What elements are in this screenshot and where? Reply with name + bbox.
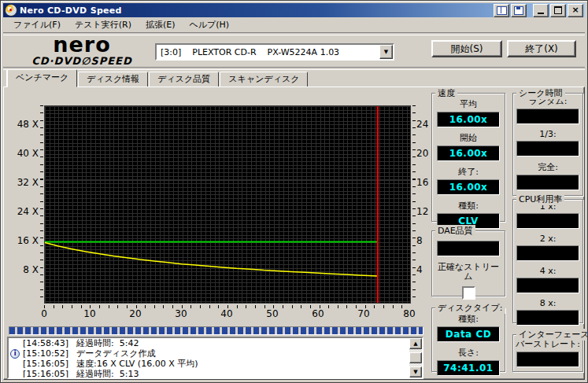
scrollbar-thumb[interactable]	[409, 352, 422, 363]
disc-kind-value: Data CD	[437, 326, 500, 342]
log-entry-0: [14:58:43]経過時間: 5:42	[9, 338, 409, 348]
cpu-1x-value	[516, 213, 579, 229]
right-axis-label: 16	[416, 178, 428, 187]
seek-third-value	[516, 141, 579, 157]
seek-panel-title: シーク時間	[516, 87, 565, 99]
left-axis-label: 32 X	[13, 178, 39, 187]
log-message: 速度:16 X CLV (16.00 X 平均)	[76, 359, 198, 369]
header-separator	[3, 67, 585, 70]
tab-strip: ベンチマークディスク情報ディスク品質スキャンディスク	[7, 71, 309, 87]
seek-third-label: 1/3:	[513, 129, 582, 139]
cpu-2x-value	[516, 245, 579, 261]
save-button[interactable]	[511, 4, 527, 17]
close-button[interactable]: ×	[568, 4, 583, 17]
right-axis-ticks	[412, 105, 416, 304]
log-message: 経過時間: 5:13	[76, 369, 139, 377]
benchmark-chart	[44, 105, 411, 304]
cpu-2x-label: 2 x:	[513, 234, 582, 244]
start-button[interactable]: 開始(S)	[431, 40, 502, 57]
logo-text-cdspeed: CD·DVD∅SPEED	[23, 56, 141, 66]
disc-length-value: 74:41.01	[437, 360, 500, 376]
left-axis-label: 40 X	[13, 149, 39, 158]
interface-panel: インターフェース バーストレート:	[512, 334, 583, 372]
app-icon	[5, 4, 17, 17]
x-axis-label: 20	[129, 308, 141, 319]
x-axis-label: 70	[357, 308, 369, 319]
save-icon	[514, 6, 523, 15]
burst-rate-value	[516, 352, 579, 367]
speed-type-label: 種類:	[432, 200, 505, 212]
series-rotation-speed	[45, 242, 378, 276]
logo-text-nero: nero	[23, 34, 141, 55]
scroll-up-button[interactable]: ▲	[409, 338, 422, 349]
log-listbox[interactable]: [14:58:43]経過時間: 5:42[15:10:52]データディスク作成[…	[7, 337, 423, 379]
accurate-stream-checkbox[interactable]	[462, 286, 475, 300]
seek-time-panel: シーク時間 ランダム: 1/3: 完全:	[512, 93, 583, 196]
left-axis-label: 24 X	[13, 207, 39, 216]
log-message: 経過時間: 5:42	[76, 338, 139, 348]
left-axis-label: 8 X	[13, 265, 39, 274]
dropdown-button[interactable]: ▼	[379, 45, 393, 59]
tab-1[interactable]: ディスク情報	[78, 72, 148, 87]
x-axis-label: 60	[312, 308, 324, 319]
disc-kind-label: 種類:	[432, 313, 505, 325]
menu-item-3[interactable]: ヘルプ(H)	[183, 17, 237, 32]
cpu-4x-value	[516, 278, 579, 293]
dae-quality-value	[437, 241, 500, 256]
log-icon-spacer	[10, 339, 20, 348]
speed-start-label: 開始	[432, 132, 505, 144]
right-axis-label: 4	[416, 265, 423, 274]
log-timestamp: [15:16:05]	[23, 359, 68, 369]
cpu-8x-label: 8 x:	[513, 298, 582, 308]
tab-2[interactable]: ディスク品質	[149, 72, 219, 87]
nero-logo: nero CD·DVD∅SPEED	[23, 34, 141, 66]
x-axis-label: 80	[403, 308, 415, 319]
menu-bar: ファイル(F)テスト実行(R)拡張(E)ヘルプ(H)	[3, 17, 585, 32]
dae-quality-panel: DAE品質 正確なストリーム	[431, 230, 505, 296]
progress-marquee	[9, 326, 423, 335]
maximize-button[interactable]	[550, 4, 566, 17]
log-entry-2: [15:16:05]速度:16 X CLV (16.00 X 平均)	[9, 359, 409, 369]
speed-end-label: 終了:	[432, 166, 505, 178]
speed-panel: 速度 平均 16.00x 開始 16.00x 終了: 16.00x 種類: CL…	[431, 93, 505, 222]
chevron-down-icon: ▼	[384, 49, 388, 55]
cpu-usage-panel: CPU利用率 1 x: 2 x: 4 x: 8 x:	[512, 199, 583, 323]
disc-type-panel-title: ディスクタイプ:	[435, 302, 505, 314]
interface-panel-title: インターフェース	[516, 329, 588, 341]
log-timestamp: [14:58:43]	[23, 338, 68, 348]
left-axis-ticks	[40, 105, 43, 304]
tab-0[interactable]: ベンチマーク	[7, 69, 77, 87]
cpu-panel-title: CPU利用率	[516, 193, 564, 205]
accurate-stream-label: 正確なストリーム	[432, 263, 505, 282]
menu-item-1[interactable]: テスト実行(R)	[68, 17, 139, 32]
title-bar: Nero CD-DVD Speed ×	[3, 3, 585, 17]
dae-panel-title: DAE品質	[435, 225, 475, 237]
arrow-down-icon: ▼	[413, 369, 417, 375]
seek-random-value	[516, 109, 579, 124]
seek-full-value	[516, 175, 579, 190]
x-axis-label: 40	[220, 308, 232, 319]
minimize-button[interactable]	[533, 4, 549, 17]
speed-panel-title: 速度	[435, 87, 457, 99]
speed-average-value: 16.00x	[437, 112, 500, 127]
x-axis-label: 0	[41, 308, 47, 319]
info-icon	[10, 349, 20, 358]
menu-item-0[interactable]: ファイル(F)	[6, 17, 68, 32]
compare-button[interactable]	[494, 4, 509, 17]
log-timestamp: [15:10:52]	[23, 348, 68, 359]
scroll-down-button[interactable]: ▼	[409, 366, 422, 377]
x-axis-label: 50	[266, 308, 278, 319]
drive-selector-value: [3:0] PLEXTOR CD-R PX-W5224A 1.03	[157, 47, 379, 57]
right-axis-label: 20	[416, 149, 428, 158]
tab-3[interactable]: スキャンディスク	[220, 72, 308, 87]
cpu-8x-value	[516, 310, 579, 326]
drive-selector[interactable]: [3:0] PLEXTOR CD-R PX-W5224A 1.03 ▼	[155, 43, 394, 61]
maximize-icon	[554, 6, 562, 14]
speed-average-label: 平均	[432, 98, 505, 110]
log-scrollbar[interactable]: ▲ ▼	[409, 338, 422, 377]
menu-item-2[interactable]: 拡張(E)	[139, 17, 183, 32]
log-entry-1: [15:10:52]データディスク作成	[9, 348, 409, 359]
exit-button[interactable]: 終了(X)	[507, 40, 576, 57]
book-icon	[497, 6, 507, 15]
log-icon-spacer	[10, 370, 20, 377]
